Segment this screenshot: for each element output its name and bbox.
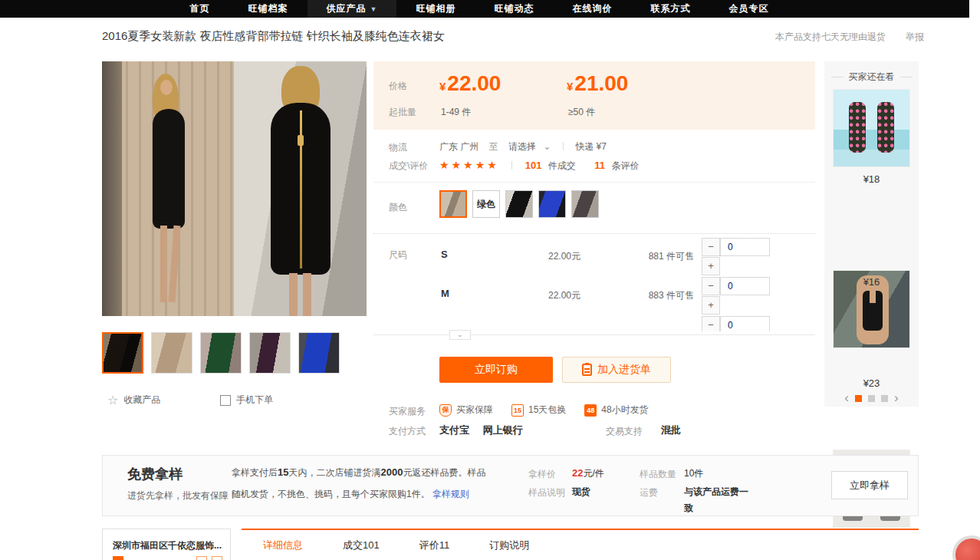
sample-freight-value-2: 致 [684, 502, 693, 515]
swatch-green[interactable]: 绿色 [472, 190, 500, 218]
star-icon[interactable]: ☆ [107, 393, 118, 407]
sample-stock-value: 现货 [572, 486, 590, 499]
logistics-row: 广东 广州 至 请选择 ⌄ 快递 ¥7 [439, 140, 607, 153]
swatch-blue[interactable] [538, 190, 566, 218]
sample-qty-value: 10件 [684, 467, 703, 480]
sample-freight-value: 与该产品运费一 [684, 486, 748, 499]
netbank-option[interactable]: 网上银行 [483, 424, 523, 436]
color-label: 颜色 [389, 201, 407, 214]
sample-rules-link[interactable]: 拿样规则 [432, 489, 469, 499]
origin-text: 广东 广州 [439, 141, 478, 152]
return-policy-link[interactable]: 本产品支持七天无理由退货 [775, 31, 886, 44]
alipay-option[interactable]: 支付宝 [439, 424, 469, 436]
deal-count[interactable]: 101 [525, 160, 542, 171]
next-arrow-icon[interactable]: › [894, 394, 899, 402]
nav-album[interactable]: 旺铺相册 [396, 0, 475, 18]
minus-button[interactable]: − [702, 316, 720, 331]
service-15day-exchange[interactable]: 15 15天包换 [511, 404, 566, 417]
seller-box: 深圳市福田区千依恋服饰... [102, 529, 231, 560]
currency-symbol: ¥ [567, 80, 573, 93]
service-buyer-protection[interactable]: 保 买家保障 [439, 404, 493, 417]
prev-arrow-icon[interactable]: ‹ [844, 394, 849, 402]
size-row-partial: − [373, 316, 815, 331]
top-nav: 首页 旺铺档案 供应产品 ▼ 旺铺相册 旺铺动态 在线询价 联系方式 会员专区 [0, 0, 969, 18]
seller-badge-icon [113, 556, 123, 560]
thumbnail-black-dress[interactable] [102, 332, 143, 374]
thumbnail-green-dress[interactable] [200, 332, 242, 374]
sample-title: 免费拿样 [127, 465, 183, 483]
nav-shop-profile[interactable]: 旺铺档案 [229, 0, 307, 18]
tab-reviews[interactable]: 评价11 [419, 539, 450, 552]
product-main-image[interactable] [102, 61, 367, 316]
rating-stars-icon: ★★★★★ [439, 159, 499, 171]
quantity-input[interactable] [720, 238, 770, 256]
swatch-beige[interactable] [439, 190, 467, 218]
price-tier-1: ¥22.00 [439, 73, 501, 97]
model-front-photo [102, 61, 234, 316]
minus-button[interactable]: − [702, 238, 720, 256]
tab-deals[interactable]: 成交101 [343, 539, 380, 552]
nav-inquiry[interactable]: 在线询价 [553, 0, 631, 18]
thumbnail-purple-dress[interactable] [249, 332, 291, 374]
plus-button[interactable]: + [702, 257, 720, 275]
size-row-m: M 22.00元 883 件可售 − + [373, 277, 815, 315]
qty-tier-2: ≥50 件 [568, 106, 595, 119]
free-sample-section: 免费拿样 进货先拿样，批发有保障！ 拿样支付后15天内，二次店铺进货满2000元… [102, 455, 919, 516]
pager-dot-1[interactable] [855, 395, 862, 402]
size-stock: 883 件可售 [603, 289, 694, 302]
plus-button[interactable]: + [702, 296, 720, 315]
destination-select[interactable]: 请选择 [508, 141, 536, 152]
add-to-cart-label: 加入进货单 [597, 363, 651, 377]
sample-stock-label: 样品说明 [528, 486, 565, 499]
service-48h-shipping[interactable]: 48 48小时发货 [584, 404, 648, 417]
nav-products[interactable]: 供应产品 ▼ [307, 0, 397, 18]
size-name: M [441, 288, 449, 299]
nav-activity[interactable]: 旺铺动态 [475, 0, 553, 18]
rating-row: ★★★★★ 101 件成交 11 条评价 [439, 158, 639, 173]
trade-support-label: 交易支持 [606, 425, 643, 438]
get-sample-button[interactable]: 立即拿样 [831, 471, 908, 499]
nav-products-label: 供应产品 [327, 2, 367, 15]
favorite-product-button[interactable]: 收藏产品 [123, 394, 160, 407]
pager-dot-2[interactable] [868, 395, 875, 402]
review-suffix: 条评价 [611, 160, 639, 171]
nav-home[interactable]: 首页 [171, 0, 229, 18]
qr-code-icon[interactable] [220, 395, 231, 406]
report-link[interactable]: 举报 [906, 31, 924, 44]
tab-order-notes[interactable]: 订购说明 [489, 539, 529, 552]
size-list: S 22.00元 881 件可售 − + M 22.00元 883 件可售 − … [373, 235, 815, 331]
tab-detail-info[interactable]: 详细信息 [263, 539, 303, 552]
to-label: 至 [489, 141, 498, 152]
clipboard-icon [582, 364, 592, 376]
header: 2016夏季女装新款 夜店性感背部带拉链 针织长袖及膝纯色连衣裙女 本产品支持七… [102, 29, 924, 44]
swatch-dark[interactable] [571, 190, 599, 218]
floating-service-button[interactable] [952, 535, 980, 560]
payment-label: 支付方式 [389, 425, 426, 438]
quantity-input[interactable] [720, 277, 770, 295]
quantity-input[interactable] [720, 316, 770, 331]
swatch-black[interactable] [505, 190, 533, 218]
deal-suffix: 件成交 [548, 160, 576, 171]
expand-sizes-button[interactable]: ⌄ [449, 330, 471, 340]
thumbnail-beige-dress[interactable] [151, 332, 192, 374]
related-price-2: ¥16 [824, 276, 919, 288]
sample-desc-line1: 拿样支付后15天内，二次店铺进货满2000元返还样品费。样品 [232, 466, 485, 479]
related-product-1[interactable] [833, 89, 910, 167]
thumbnail-blue-dress[interactable] [298, 332, 340, 374]
currency-symbol: ¥ [439, 80, 446, 93]
divider [373, 334, 815, 335]
nav-member-zone[interactable]: 会员专区 [709, 0, 788, 18]
nav-contact[interactable]: 联系方式 [631, 0, 709, 18]
seller-name[interactable]: 深圳市福田区千依恋服饰... [113, 539, 222, 552]
pager-dot-3[interactable] [881, 395, 888, 402]
clock-48-icon: 48 [584, 404, 597, 417]
minus-button[interactable]: − [702, 277, 720, 295]
order-now-button[interactable]: 立即订购 [439, 357, 553, 383]
price-tier-2: ¥21.00 [567, 73, 628, 97]
quantity-stepper: − [702, 316, 771, 331]
add-to-cart-button[interactable]: 加入进货单 [562, 357, 671, 383]
review-count[interactable]: 11 [594, 160, 605, 171]
chevron-down-icon[interactable]: ⌄ [543, 141, 551, 152]
favorite-row: ☆ 收藏产品 手机下单 [107, 393, 273, 407]
mobile-order-button[interactable]: 手机下单 [236, 394, 273, 407]
